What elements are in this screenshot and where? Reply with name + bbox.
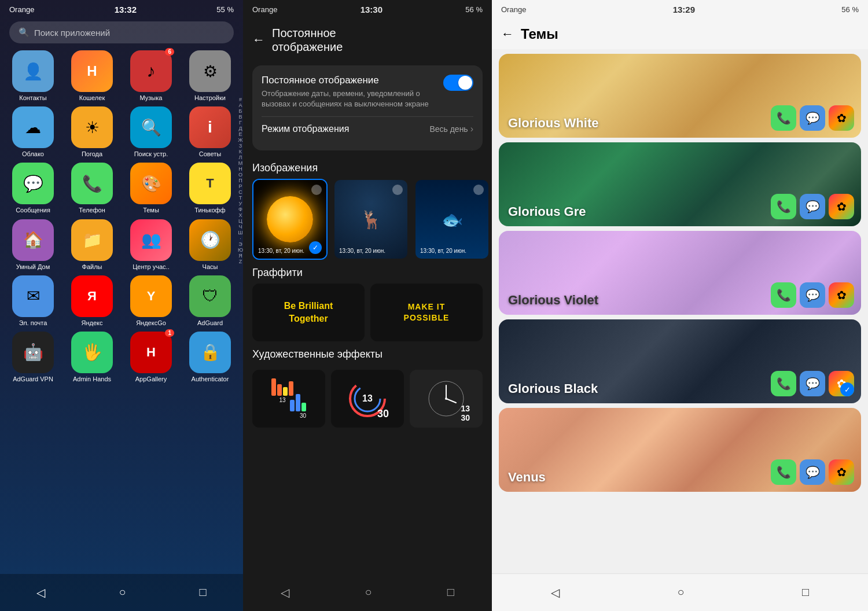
themes-title: Темы [521,26,558,42]
app-icon-phone: 📞 [71,163,113,204]
app-item-weather[interactable]: ☀ Погода [65,106,119,158]
graffiti-possible[interactable]: MAKE ITPOSSIBLE [370,284,483,341]
fx-item-analog[interactable]: 1330 [410,370,483,428]
app-item-clock[interactable]: 🕐 Часы [183,219,237,271]
back-nav-1[interactable]: ◁ [25,581,57,604]
status-bar-3: Orange 13:29 56 % [492,0,868,19]
app-item-center[interactable]: 👥 Центр учас.. [124,219,178,271]
app-icon-adminh: 🖐 [71,332,113,373]
app-icon-yandexgo: Y [130,275,172,317]
app-item-files[interactable]: 📁 Файлы [65,219,119,271]
svg-point-6 [445,397,447,400]
time-2: 13:30 [361,5,382,14]
app-icon-music: ♪ 6 [130,50,172,92]
theme-bg-venus: Venus 📞 💬 ✿ [499,408,861,492]
graffiti-brilliant[interactable]: Be BrilliantTogether [252,284,365,341]
home-nav-2[interactable]: ○ [353,581,383,604]
aod-toggle-row: Постоянное отображение Отображение даты,… [262,75,473,109]
app-label-adminh: Admin Hands [73,376,111,383]
app-item-smarthome[interactable]: 🏠 Умный Дом [6,219,60,271]
status-bar-1: Orange 13:32 55 % [0,0,243,19]
aod-title: Постоянноеотображение [272,26,343,54]
theme-icon-petals-violet: ✿ [829,282,854,308]
app-icon-yandex: Я [71,275,113,317]
app-item-tips[interactable]: i Советы [183,106,237,158]
aod-header: ← Постоянноеотображение [243,19,492,61]
app-label-messages: Сообщения [16,207,50,214]
alpha-index[interactable]: # А Б В Г Д Е Ж З К Л М Н О П Р С Т У Ф … [238,97,243,264]
app-label-adguardvpn: AdGuard VPN [13,376,53,383]
back-nav-3[interactable]: ◁ [539,581,571,604]
app-item-cloud[interactable]: ☁ Облако [6,106,60,158]
badge-music: 6 [165,48,174,56]
theme-card-glorious-green[interactable]: Glorious Gre 📞 💬 ✿ [499,142,861,226]
display-mode-row[interactable]: Режим отображения Весь день › [262,116,473,141]
graffiti-section-title: Граффити [243,260,492,284]
app-item-yandex[interactable]: Я Яндекс [65,275,119,327]
recent-nav-1[interactable]: □ [187,581,218,604]
app-item-searchapp[interactable]: 🔍 Поиск устр. [124,106,178,158]
app-item-yandexgo[interactable]: Y ЯндексGo [124,275,178,327]
theme-icon-messages-venus: 💬 [800,459,825,485]
theme-icon-messages-green: 💬 [800,194,825,219]
aod-toggle-title: Постоянное отображение [262,75,436,86]
carrier-2: Orange [252,5,277,14]
app-label-clock: Часы [203,263,218,271]
app-item-auth[interactable]: 🔒 Authenticator [183,332,237,383]
aod-toggle-switch[interactable] [443,75,473,91]
app-item-contacts[interactable]: 👤 Контакты [6,50,60,102]
app-label-contacts: Контакты [19,94,47,102]
themes-list: Glorious White 📞 💬 ✿ Glorious Gre 📞 💬 ✿ [492,49,868,573]
back-button-2[interactable]: ← [252,32,265,47]
app-item-adminh[interactable]: 🖐 Admin Hands [65,332,119,383]
theme-icon-phone-green: 📞 [771,194,796,219]
app-item-adguard[interactable]: 🛡 AdGuard [183,275,237,327]
theme-icons-white: 📞 💬 ✿ [771,98,861,138]
theme-card-glorious-white[interactable]: Glorious White 📞 💬 ✿ [499,54,861,138]
theme-card-glorious-black[interactable]: Glorious Black 📞 💬 ✿ ✓ [499,319,861,403]
app-icon-settings: ⚙ [189,50,231,92]
theme-icon-phone-venus: 📞 [771,459,796,485]
app-label-phone: Телефон [79,207,105,214]
back-nav-2[interactable]: ◁ [269,581,301,604]
graffiti-text-possible: MAKE ITPOSSIBLE [404,301,450,324]
home-nav-3[interactable]: ○ [665,581,696,604]
recent-nav-2[interactable]: □ [436,581,466,604]
theme-card-venus[interactable]: Venus 📞 💬 ✿ [499,408,861,492]
back-button-3[interactable]: ← [501,27,514,42]
app-item-settings[interactable]: ⚙ Настройки [183,50,237,102]
app-icon-wallet: H [71,50,113,92]
image-thumb-fish[interactable]: 🐟 13:30, вт, 20 июн. [414,179,490,260]
app-item-mail[interactable]: ✉ Эл. почта [6,275,60,327]
app-icon-adguardvpn: 🤖 [12,332,54,373]
recent-nav-3[interactable]: □ [790,581,821,604]
time-3: 13:29 [673,5,695,14]
app-item-tinkoff[interactable]: T Тинькофф [183,163,237,214]
display-mode-label: Режим отображения [262,124,349,134]
image-thumb-moon[interactable]: 13:30, вт, 20 июн. ✓ [252,179,328,260]
aod-toggle-desc: Отображение даты, времени, уведомлений о… [262,89,436,109]
display-mode-value: Весь день [429,124,468,134]
fx-item-bars[interactable]: 13 30 [252,370,325,428]
app-icon-files: 📁 [71,219,113,261]
search-bar[interactable]: 🔍 Поиск приложений [9,21,234,43]
theme-card-glorious-violet[interactable]: Glorious Violet 📞 💬 ✿ [499,231,861,315]
app-item-music[interactable]: ♪ 6 Музыка [124,50,178,102]
image-thumb-deer[interactable]: 🦌 13:30, вт, 20 июн. [333,179,409,260]
fx-item-circle[interactable]: 13 30 [331,370,404,428]
home-nav-1[interactable]: ○ [107,581,137,604]
app-item-appgallery[interactable]: H 1 AppGallery [124,332,178,383]
app-icon-center: 👥 [130,219,172,261]
app-item-themes[interactable]: 🎨 Темы [124,163,178,214]
search-placeholder: Поиск приложений [34,28,110,38]
aod-toggle-card: Постоянное отображение Отображение даты,… [252,65,483,150]
app-icon-messages: 💬 [12,163,54,204]
app-label-tinkoff: Тинькофф [194,207,225,214]
aod-content: Постоянное отображение Отображение даты,… [243,61,492,574]
app-item-wallet[interactable]: H Кошелек [65,50,119,102]
app-item-messages[interactable]: 💬 Сообщения [6,163,60,214]
theme-bg-violet: Glorious Violet 📞 💬 ✿ [499,231,861,315]
app-label-smarthome: Умный Дом [16,263,50,271]
app-item-adguardvpn[interactable]: 🤖 AdGuard VPN [6,332,60,383]
app-item-phone[interactable]: 📞 Телефон [65,163,119,214]
